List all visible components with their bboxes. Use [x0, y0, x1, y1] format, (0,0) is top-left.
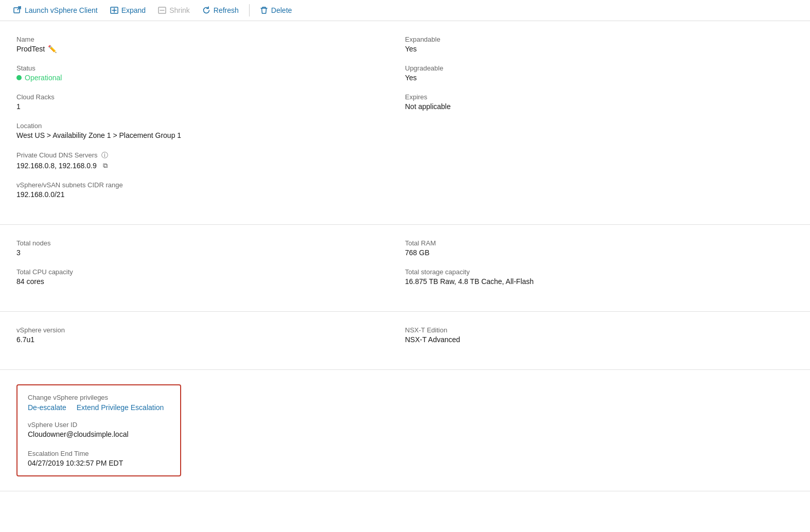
cidr-field: vSphere/vSAN subnets CIDR range 192.168.…	[16, 181, 405, 199]
location-field: Location West US > Availability Zone 1 >…	[16, 122, 405, 139]
name-field: Name ProdTest ✏️	[16, 36, 405, 53]
cidr-value: 192.168.0.0/21	[16, 190, 405, 199]
privileges-section: Change vSphere privileges De-escalate Ex…	[0, 370, 810, 491]
dns-info-icon[interactable]: ⓘ	[101, 151, 108, 159]
delete-icon	[260, 6, 268, 14]
nsx-edition-value: NSX-T Advanced	[405, 335, 794, 344]
total-nodes-field: Total nodes 3	[16, 239, 405, 257]
status-field: Status Operational	[16, 64, 405, 82]
name-value: ProdTest	[16, 45, 45, 53]
upgradeable-label: Upgradeable	[405, 64, 794, 72]
location-label: Location	[16, 122, 405, 130]
dns-row: 192.168.0.8, 192.168.0.9 ⧉	[16, 162, 405, 170]
deescalate-link[interactable]: De-escalate	[28, 403, 66, 412]
launch-vsphere-btn[interactable]: Launch vSphere Client	[8, 3, 103, 17]
total-storage-label: Total storage capacity	[405, 268, 794, 276]
total-ram-label: Total RAM	[405, 239, 794, 247]
vsphere-version-field: vSphere version 6.7u1	[16, 326, 405, 344]
refresh-icon	[202, 6, 210, 14]
vsphere-version-value: 6.7u1	[16, 335, 405, 344]
capacity-right: Total RAM 768 GB Total storage capacity …	[405, 239, 794, 297]
dns-field: Private Cloud DNS Servers ⓘ 192.168.0.8,…	[16, 151, 405, 170]
total-storage-field: Total storage capacity 16.875 TB Raw, 4.…	[405, 268, 794, 286]
upgradeable-value: Yes	[405, 74, 794, 82]
expandable-field: Expandable Yes	[405, 36, 794, 53]
cloud-racks-field: Cloud Racks 1	[16, 93, 405, 111]
status-dot	[16, 75, 22, 80]
expires-label: Expires	[405, 93, 794, 101]
name-label: Name	[16, 36, 405, 43]
toolbar: Launch vSphere Client Expand Shrink Refr…	[0, 0, 810, 21]
expand-icon	[110, 6, 118, 14]
total-ram-value: 768 GB	[405, 249, 794, 257]
total-cpu-value: 84 cores	[16, 277, 405, 286]
expandable-label: Expandable	[405, 36, 794, 43]
escalation-end-label: Escalation End Time	[28, 450, 170, 457]
expand-btn[interactable]: Expand	[105, 3, 151, 17]
vsphere-version-label: vSphere version	[16, 326, 405, 334]
software-left: vSphere version 6.7u1	[16, 326, 405, 355]
expires-value: Not applicable	[405, 102, 794, 111]
extend-privilege-link[interactable]: Extend Privilege Escalation	[77, 403, 164, 412]
total-nodes-value: 3	[16, 249, 405, 257]
launch-icon	[13, 6, 22, 14]
shrink-btn[interactable]: Shrink	[153, 3, 195, 17]
capacity-left: Total nodes 3 Total CPU capacity 84 core…	[16, 239, 405, 297]
change-privileges-label: Change vSphere privileges	[28, 394, 170, 401]
total-nodes-label: Total nodes	[16, 239, 405, 247]
software-section: vSphere version 6.7u1 NSX-T Edition NSX-…	[0, 312, 810, 370]
nsx-edition-label: NSX-T Edition	[405, 326, 794, 334]
dns-value: 192.168.0.8, 192.168.0.9	[16, 162, 97, 170]
total-ram-field: Total RAM 768 GB	[405, 239, 794, 257]
privilege-links: De-escalate Extend Privilege Escalation	[28, 403, 170, 412]
status-value: Operational	[25, 74, 62, 82]
expandable-value: Yes	[405, 45, 794, 53]
escalation-end-value: 04/27/2019 10:32:57 PM EDT	[28, 459, 170, 467]
escalation-end-field: Escalation End Time 04/27/2019 10:32:57 …	[28, 450, 170, 467]
shrink-icon	[158, 6, 166, 14]
cidr-label: vSphere/vSAN subnets CIDR range	[16, 181, 405, 189]
total-cpu-label: Total CPU capacity	[16, 268, 405, 276]
details-left: Name ProdTest ✏️ Status Operational Clou…	[16, 36, 405, 210]
vsphere-user-id-value: Cloudowner@cloudsimple.local	[28, 430, 170, 438]
vsphere-user-id-field: vSphere User ID Cloudowner@cloudsimple.l…	[28, 421, 170, 438]
name-row: ProdTest ✏️	[16, 45, 405, 53]
toolbar-divider	[249, 4, 250, 16]
nsx-edition-field: NSX-T Edition NSX-T Advanced	[405, 326, 794, 344]
details-right: Expandable Yes Upgradeable Yes Expires N…	[405, 36, 794, 210]
edit-name-icon[interactable]: ✏️	[48, 45, 57, 53]
refresh-btn[interactable]: Refresh	[197, 3, 244, 17]
cloud-racks-label: Cloud Racks	[16, 93, 405, 101]
software-right: NSX-T Edition NSX-T Advanced	[405, 326, 794, 355]
details-section: Name ProdTest ✏️ Status Operational Clou…	[0, 21, 810, 225]
total-storage-value: 16.875 TB Raw, 4.8 TB Cache, All-Flash	[405, 277, 794, 286]
delete-btn[interactable]: Delete	[255, 3, 297, 17]
capacity-section: Total nodes 3 Total CPU capacity 84 core…	[0, 225, 810, 312]
cloud-racks-value: 1	[16, 102, 405, 111]
total-cpu-field: Total CPU capacity 84 cores	[16, 268, 405, 286]
status-row: Operational	[16, 74, 405, 82]
copy-dns-icon[interactable]: ⧉	[103, 162, 108, 170]
dns-label: Private Cloud DNS Servers ⓘ	[16, 151, 405, 160]
location-value: West US > Availability Zone 1 > Placemen…	[16, 131, 405, 139]
upgradeable-field: Upgradeable Yes	[405, 64, 794, 82]
expires-field: Expires Not applicable	[405, 93, 794, 111]
status-label: Status	[16, 64, 405, 72]
vsphere-user-id-label: vSphere User ID	[28, 421, 170, 429]
privilege-box: Change vSphere privileges De-escalate Ex…	[16, 384, 181, 476]
